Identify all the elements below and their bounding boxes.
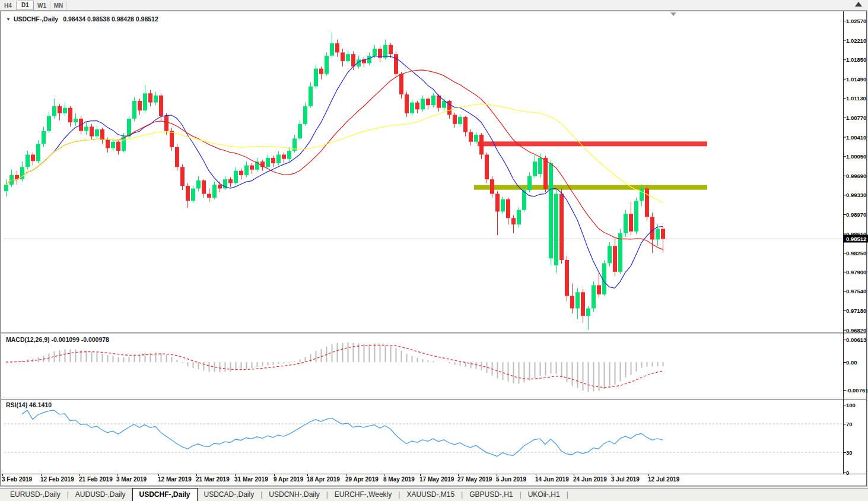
tab-gbpusd-h1[interactable]: GBPUSD-,H1 — [463, 489, 519, 500]
timeframe-button-mn[interactable]: MN — [50, 1, 67, 10]
toolbar-overflow-icon[interactable] — [855, 2, 862, 7]
tab-separator: | — [567, 489, 568, 500]
chart-window — [1, 11, 867, 486]
tab-xauusd-m15[interactable]: XAUUSD-,M15 — [400, 489, 461, 500]
timeframe-button-w1[interactable]: W1 — [34, 1, 50, 10]
tab-audusd-daily[interactable]: AUDUSD-,Daily — [69, 489, 132, 500]
tab-eurusd-daily[interactable]: EURUSD-,Daily — [4, 489, 67, 500]
tab-usdcad-daily[interactable]: USDCAD-,Daily — [198, 489, 261, 500]
symbol-tab-bar: EURUSD-,Daily|AUDUSD-,DailyUSDCHF-,Daily… — [0, 488, 868, 501]
tab-usdchf-daily[interactable]: USDCHF-,Daily — [132, 488, 198, 501]
tab-eurchf-weekly[interactable]: EURCHF-,Weekly — [328, 489, 398, 500]
timeframe-button-d1[interactable]: D1 — [17, 1, 34, 10]
timeframe-button-h4[interactable]: H4 — [0, 1, 17, 10]
tab-ukoil-h1[interactable]: UKOil-,H1 — [522, 489, 567, 500]
timeframe-toolbar: H4D1W1MN — [0, 0, 868, 11]
tab-usdcnh-daily[interactable]: USDCNH-,Daily — [262, 489, 326, 500]
mt4-screen: H4D1W1MN ▼USDCHF-,Daily0.98434 0.98538 0… — [0, 0, 868, 501]
